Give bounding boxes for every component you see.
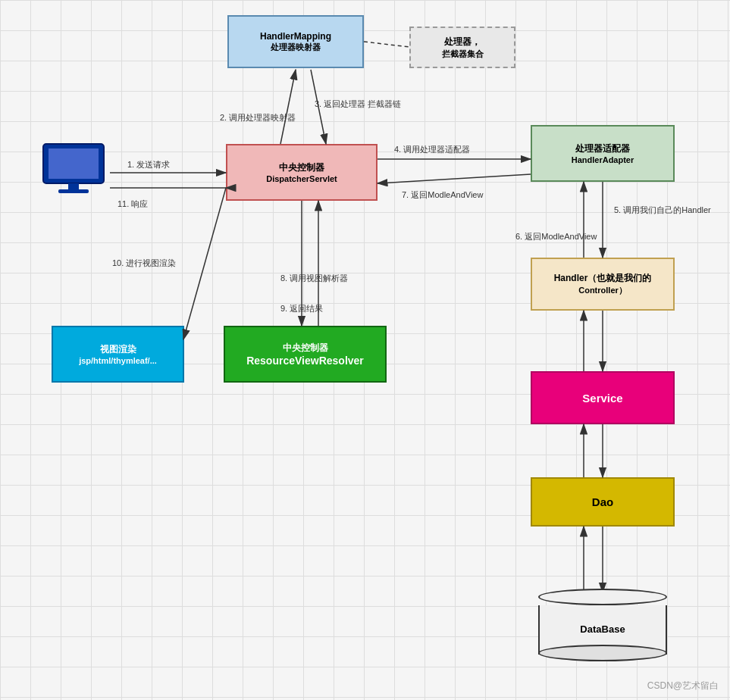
monitor-icon: [39, 142, 108, 195]
svg-rect-21: [49, 148, 99, 179]
step1-label: 1. 发送请求: [127, 159, 170, 170]
handler-set-box: 处理器， 拦截器集合: [409, 27, 515, 68]
handler-adapter-box: 处理器适配器 HandlerAdapter: [531, 125, 675, 182]
service-box: Service: [531, 371, 675, 424]
view-renderer-box: 视图渲染 jsp/html/thymleaf/...: [52, 326, 184, 383]
step4-label: 4. 调用处理器适配器: [394, 144, 470, 155]
db-top-cap: [538, 589, 667, 605]
step7-label: 7. 返回ModleAndView: [402, 189, 483, 201]
svg-line-3: [280, 70, 296, 144]
database-box: DataBase: [538, 587, 667, 655]
step3-label: 3. 返回处理器 拦截器链: [315, 98, 401, 110]
step5-label: 5. 调用我们自己的Handler: [614, 205, 711, 216]
dao-box: Dao: [531, 477, 675, 527]
dispatcher-servlet-box: 中央控制器 DispatcherServlet: [226, 144, 378, 201]
handler-mapping-box: HandlerMapping 处理器映射器: [227, 15, 364, 68]
svg-line-5: [364, 42, 409, 47]
step8-label: 8. 调用视图解析器: [280, 273, 348, 284]
svg-rect-23: [58, 189, 89, 193]
view-resolver-box: 中央控制器 ResourceViewResolver: [224, 326, 387, 383]
step9-label: 9. 返回结果: [280, 303, 323, 314]
watermark: CSDN@艺术留白: [647, 680, 719, 692]
step11-label: 11. 响应: [117, 198, 148, 210]
step2-label: 2. 调用处理器映射器: [220, 112, 296, 123]
svg-line-18: [183, 188, 226, 339]
architecture-diagram: 1. 发送请求 2. 调用处理器映射器 3. 返回处理器 拦截器链 4. 调用处…: [0, 0, 730, 700]
svg-rect-22: [68, 183, 79, 189]
step6-label: 6. 返回ModleAndView: [515, 231, 597, 242]
db-body: DataBase: [538, 605, 667, 655]
svg-line-7: [378, 174, 531, 183]
step10-label: 10. 进行视图渲染: [112, 258, 176, 269]
db-bottom-cap: [538, 645, 667, 661]
handler-controller-box: Handler（也就是我们的 Controller）: [531, 258, 675, 311]
